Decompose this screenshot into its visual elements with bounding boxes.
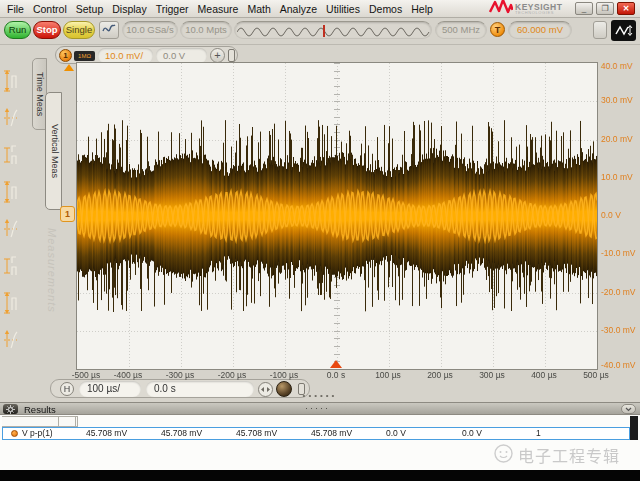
measurement-value-cell-2: 45.708 mV (153, 428, 228, 439)
y-axis-label-1: 30.0 mV (601, 95, 640, 105)
watermark-face-icon (494, 444, 513, 467)
measurement-value-cell-8 (574, 428, 631, 439)
tab-vertical-meas[interactable]: Vertical Meas (45, 92, 62, 210)
overshoot-measure-icon[interactable] (2, 286, 20, 319)
x-axis-label-5: 0.0 s (314, 370, 358, 380)
x-axis-label-4: -100 µs (262, 370, 306, 380)
results-table-header: MeasurementCurrentMeanMinMaxRange (Max-M… (0, 416, 640, 427)
autoscale-icon[interactable] (611, 20, 636, 41)
y-axis-label-4: 0.0 V (601, 210, 640, 220)
maximize-button[interactable]: ❐ (596, 2, 614, 15)
results-settings-button[interactable] (3, 404, 18, 414)
add-channel-button[interactable]: + (210, 48, 225, 63)
display-settings-button[interactable] (99, 21, 119, 39)
menu-item-measure[interactable]: Measure (198, 3, 239, 15)
probe-icon[interactable] (228, 49, 235, 62)
x-axis-label-0: -500 µs (64, 370, 108, 380)
results-header: Results ····· (0, 403, 640, 415)
bottom-black-bar (0, 470, 640, 481)
measurement-value-cell-1: 45.708 mV (78, 428, 153, 439)
keysight-spark-icon (489, 0, 513, 19)
y-axis-label-6: -20.0 mV (601, 287, 640, 297)
rms-measure-icon[interactable] (2, 249, 20, 282)
y-axis-label-7: -30.0 mV (601, 325, 640, 335)
bandwidth-field[interactable]: 500 MHz (435, 21, 487, 39)
min-measure-icon[interactable] (2, 212, 20, 245)
results-title: Results (24, 404, 56, 415)
menu-item-file[interactable]: File (7, 3, 24, 15)
menu-item-demos[interactable]: Demos (369, 3, 402, 15)
measurement-value-cell-3: 45.708 mV (228, 428, 303, 439)
trigger-level-field[interactable]: 60.000 mV (508, 21, 572, 39)
y-axis-label-3: 10.0 mV (601, 172, 640, 182)
menu-item-help[interactable]: Help (411, 3, 433, 15)
peak-peak-measure-icon[interactable] (2, 138, 20, 171)
brand-sub: TECHNOLOGIES (515, 11, 562, 15)
y-axis-label-5: -10.0 mV (601, 248, 640, 258)
trigger-icon[interactable]: T (490, 22, 505, 37)
minimize-button[interactable]: _ (575, 2, 593, 15)
menu-item-analyze[interactable]: Analyze (280, 3, 317, 15)
measurement-value-cell-7: 1 (528, 428, 574, 439)
waveform-grid[interactable] (76, 62, 598, 370)
top-base-measure-icon[interactable] (2, 101, 20, 134)
delay-marker[interactable] (323, 25, 325, 37)
x-axis-label-7: 200 µs (418, 370, 462, 380)
measurements-watermark: Measurements (46, 228, 58, 313)
watermark-text: 电子工程专辑 (518, 443, 620, 467)
amplitude-measure-icon[interactable] (2, 64, 20, 97)
results-scroll-strip[interactable] (630, 416, 638, 440)
run-button[interactable]: Run (4, 21, 31, 39)
channel1-ground-marker[interactable]: 1 (60, 206, 75, 222)
impedance-badge: 1MΩ (74, 51, 95, 61)
average-measure-icon[interactable] (2, 323, 20, 356)
vertical-offset-field[interactable]: 0.0 V (156, 48, 207, 63)
x-axis-label-10: 500 µs (574, 370, 618, 380)
vertical-scale-field[interactable]: 10.0 mV/ (98, 48, 153, 63)
y-axis-label-0: 40.0 mV (601, 61, 640, 71)
menu-item-display[interactable]: Display (112, 3, 146, 15)
oscilloscope-window: FileControlSetupDisplayTriggerMeasureMat… (0, 0, 640, 481)
stop-button[interactable]: Stop (33, 21, 61, 39)
menu-item-math[interactable]: Math (247, 3, 270, 15)
delay-position-bar[interactable] (234, 21, 432, 39)
chevron-down-icon (625, 407, 632, 412)
trigger-level-marker-icon[interactable] (64, 64, 74, 71)
x-axis-label-8: 300 µs (470, 370, 514, 380)
measurement-name-cell: V p-p(1) (3, 428, 78, 439)
x-axis-label-3: -200 µs (210, 370, 254, 380)
x-axis-label-2: -300 µs (158, 370, 202, 380)
x-axis-label-6: 100 µs (366, 370, 410, 380)
close-button[interactable]: ✕ (617, 2, 635, 15)
toolbar: Run Stop Single 10.0 GSa/s 10.0 Mpts 500… (0, 19, 640, 45)
menu-item-setup[interactable]: Setup (76, 3, 103, 15)
x-axis-label-9: 400 µs (522, 370, 566, 380)
results-drag-handle[interactable]: ····· (305, 403, 330, 414)
menu-item-utilities[interactable]: Utilities (326, 3, 360, 15)
menu-item-trigger[interactable]: Trigger (156, 3, 189, 15)
gear-icon (6, 405, 15, 414)
menu-item-control[interactable]: Control (33, 3, 67, 15)
max-measure-icon[interactable] (2, 175, 20, 208)
single-button[interactable]: Single (63, 21, 95, 39)
trigger-aux-button[interactable] (593, 21, 607, 39)
trigger-time-marker-icon[interactable] (330, 360, 342, 368)
results-collapse-button[interactable] (621, 404, 636, 414)
waveform-display-icon (102, 21, 116, 39)
y-axis-label-2: 20.0 mV (601, 134, 640, 144)
measurement-value-cell-4: 45.708 mV (303, 428, 378, 439)
keysight-logo: KEYSIGHT TECHNOLOGIES (489, 0, 573, 18)
sample-rate-field[interactable]: 10.0 GSa/s (122, 21, 178, 39)
y-axis-label-8: -40.0 mV (601, 360, 640, 370)
measurement-value-cell-5: 0.0 V (378, 428, 454, 439)
panel-splitter-handle[interactable]: •••••• (0, 392, 640, 400)
memory-depth-field[interactable]: 10.0 Mpts (180, 21, 232, 39)
channel1-dot-icon (11, 430, 18, 437)
results-row[interactable]: V p-p(1)45.708 mV45.708 mV45.708 mV45.70… (2, 427, 630, 440)
measurement-value-cell-6: 0.0 V (454, 428, 528, 439)
x-axis-label-1: -400 µs (106, 370, 150, 380)
results-col-extra[interactable] (2, 416, 59, 427)
waveform-canvas[interactable] (77, 63, 597, 369)
site-watermark: 电子工程专辑 (494, 443, 620, 467)
channel1-button[interactable]: 1 (59, 49, 72, 62)
